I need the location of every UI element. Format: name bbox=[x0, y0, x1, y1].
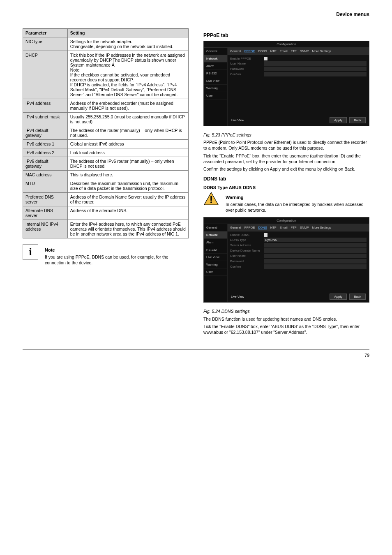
text-field[interactable] bbox=[264, 72, 367, 76]
param-desc: Settings for the network adapter. Change… bbox=[67, 37, 188, 51]
tab[interactable]: FTP bbox=[291, 49, 297, 53]
text-field[interactable] bbox=[264, 61, 367, 66]
field-label: User Name bbox=[230, 62, 264, 65]
table-row: IPv4 default gatewayThe address of the r… bbox=[23, 126, 189, 140]
text-field[interactable] bbox=[264, 67, 367, 71]
tab[interactable]: NTP bbox=[270, 226, 277, 229]
ddns-para1: The DDNS function is used for updating h… bbox=[203, 316, 369, 322]
text-field[interactable] bbox=[264, 259, 367, 264]
sidebar-item[interactable]: User bbox=[204, 268, 227, 276]
sidebar-item[interactable]: General bbox=[204, 224, 227, 231]
tab[interactable]: Email bbox=[280, 226, 288, 229]
sidebar-item[interactable]: Live View bbox=[204, 254, 227, 261]
sidebar-item[interactable]: Warning bbox=[204, 85, 227, 92]
pppoe-heading: PPPoE tab bbox=[203, 32, 369, 38]
ddns-screenshot: Configuration GeneralNetworkAlarmRS-232L… bbox=[203, 217, 369, 303]
text-field[interactable]: DynDNS bbox=[264, 238, 367, 242]
table-row: Preferred DNS serverAddress of the Domai… bbox=[23, 193, 189, 206]
pppoe-para2: Tick the "Enable PPPoE" box, then enter … bbox=[203, 153, 369, 164]
tab[interactable]: SNMP bbox=[300, 49, 309, 53]
param-desc: Enter the IPv4 address here, to which an… bbox=[67, 220, 188, 238]
param-name: IPv6 default gateway bbox=[23, 157, 68, 171]
apply-button[interactable]: Apply bbox=[330, 294, 347, 300]
table-row: IPv6 address 2Link local address bbox=[23, 148, 189, 157]
svg-rect-1 bbox=[210, 196, 212, 201]
svg-point-2 bbox=[210, 201, 212, 203]
ui-title: Configuration bbox=[204, 41, 369, 48]
sidebar-item[interactable]: User bbox=[204, 92, 227, 99]
param-desc: Tick this box if the IP addresses in the… bbox=[67, 51, 188, 99]
table-row: IPv4 subnet maskUsually 255.255.255.0 (m… bbox=[23, 113, 189, 126]
form-row: Server Address bbox=[230, 243, 367, 247]
sidebar-item[interactable]: Network bbox=[204, 55, 227, 62]
form-row: Confirm bbox=[230, 72, 367, 76]
tab[interactable]: PPPOE bbox=[244, 49, 255, 53]
param-name: Internal NIC IPv4 address bbox=[23, 220, 68, 238]
text-field[interactable] bbox=[264, 264, 367, 269]
field-label: Enable PPPOE bbox=[230, 57, 264, 60]
warning-label: Warning bbox=[226, 195, 369, 200]
tab[interactable]: DDNS bbox=[258, 226, 267, 229]
tab[interactable]: More Settings bbox=[312, 49, 331, 53]
field-label: Server Address bbox=[230, 243, 264, 247]
tab[interactable]: General bbox=[230, 226, 241, 229]
note-body: If you are using PPPoE, DDNS can be used… bbox=[45, 254, 189, 266]
form-row: Password bbox=[230, 67, 367, 71]
text-field[interactable] bbox=[264, 248, 367, 253]
table-row: Alternate DNS serverAddress of the alter… bbox=[23, 206, 189, 220]
param-name: MTU bbox=[23, 179, 68, 193]
field-label: Confirm bbox=[230, 72, 264, 76]
text-field[interactable] bbox=[264, 243, 367, 247]
ddns-heading: DDNS tab bbox=[203, 176, 369, 182]
param-desc: Address of the embedded recorder (must b… bbox=[67, 99, 188, 113]
tab[interactable]: NTP bbox=[270, 49, 277, 53]
text-field[interactable] bbox=[264, 254, 367, 258]
sidebar-item[interactable]: Warning bbox=[204, 261, 227, 268]
form-row: User Name bbox=[230, 254, 367, 258]
sidebar-item[interactable]: Live View bbox=[204, 77, 227, 85]
pppoe-para1: PPPoE (Point-to-Point Protocol over Ethe… bbox=[203, 139, 369, 151]
tab[interactable]: SNMP bbox=[300, 226, 309, 229]
back-button[interactable]: Back bbox=[349, 294, 366, 300]
checkbox[interactable] bbox=[264, 57, 267, 60]
tab[interactable]: Email bbox=[280, 49, 288, 53]
sidebar-item[interactable]: Alarm bbox=[204, 239, 227, 246]
pppoe-para3: Confirm the settings by clicking on Appl… bbox=[203, 166, 369, 172]
field-label: User Name bbox=[230, 254, 264, 258]
sidebar-item[interactable]: Network bbox=[204, 231, 227, 239]
param-name: MAC address bbox=[23, 171, 68, 179]
ui-footer-left[interactable]: Live View bbox=[231, 118, 244, 122]
form-row: Enable PPPOE bbox=[230, 57, 367, 60]
tab[interactable]: PPPOE bbox=[244, 226, 255, 229]
sidebar-item[interactable]: RS-232 bbox=[204, 246, 227, 254]
tab[interactable]: FTP bbox=[291, 226, 297, 229]
apply-button[interactable]: Apply bbox=[330, 117, 347, 123]
tab[interactable]: General bbox=[230, 49, 241, 53]
ui-title: Configuration bbox=[204, 217, 369, 224]
tab[interactable]: DDNS bbox=[258, 49, 267, 53]
table-header: Parameter bbox=[23, 29, 68, 37]
table-row: Internal NIC IPv4 addressEnter the IPv4 … bbox=[23, 220, 189, 238]
field-label: DDNS Type bbox=[230, 238, 264, 242]
table-row: MAC addressThis is displayed here. bbox=[23, 171, 189, 179]
checkbox[interactable] bbox=[264, 233, 267, 237]
tab[interactable]: More Settings bbox=[312, 226, 331, 229]
table-header: Setting bbox=[67, 29, 188, 37]
page-number: 79 bbox=[364, 353, 369, 358]
sidebar-item[interactable]: Alarm bbox=[204, 62, 227, 70]
param-desc: Address of the Domain Name Server; usual… bbox=[67, 193, 188, 206]
sidebar-item[interactable]: General bbox=[204, 48, 227, 55]
form-row: Device Domain Name bbox=[230, 248, 367, 253]
param-name: IPv4 subnet mask bbox=[23, 113, 68, 126]
field-label: Password bbox=[230, 67, 264, 71]
table-row: IPv6 address 1Global unicast IPv6 addres… bbox=[23, 140, 189, 148]
param-desc: Address of the alternate DNS. bbox=[67, 206, 188, 220]
form-row: DDNS TypeDynDNS bbox=[230, 238, 367, 242]
table-row: DHCPTick this box if the IP addresses in… bbox=[23, 51, 189, 99]
warning-body: In certain cases, the data can be interc… bbox=[226, 201, 369, 213]
ui-footer-left[interactable]: Live View bbox=[231, 295, 244, 298]
top-rule bbox=[23, 20, 369, 20]
table-row: IPv6 default gatewayThe address of the I… bbox=[23, 157, 189, 171]
sidebar-item[interactable]: RS-232 bbox=[204, 70, 227, 77]
back-button[interactable]: Back bbox=[349, 117, 366, 123]
